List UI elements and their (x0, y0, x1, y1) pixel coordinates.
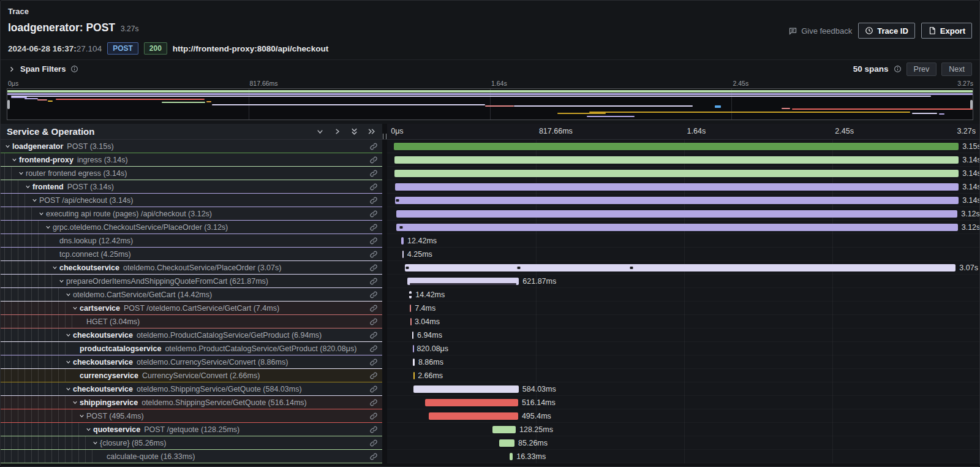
span-link-icon[interactable] (369, 439, 378, 447)
span-bar[interactable] (510, 453, 513, 460)
span-row[interactable]: tcp.connect (4.25ms)4.25ms (1, 248, 979, 261)
collapse-all-icon[interactable] (350, 127, 359, 136)
span-bar[interactable] (405, 264, 956, 271)
chevron-down-icon[interactable] (58, 278, 66, 284)
export-button[interactable]: Export (921, 23, 972, 39)
column-resize-handle[interactable] (383, 134, 386, 139)
span-bar[interactable] (394, 156, 959, 164)
info-icon[interactable] (894, 65, 902, 73)
span-bar[interactable] (396, 224, 957, 231)
span-bar[interactable] (407, 278, 519, 285)
give-feedback-link[interactable]: Give feedback (788, 26, 852, 36)
chevron-down-icon[interactable] (65, 332, 73, 338)
span-row[interactable]: router frontend egress (3.14s)3.14s (1, 167, 979, 180)
trace-id-button[interactable]: Trace ID (858, 23, 915, 39)
span-bar[interactable] (492, 426, 516, 433)
span-row[interactable]: shippingserviceoteldemo.ShippingService/… (1, 396, 979, 409)
span-name-cell[interactable]: cartservicePOST /oteldemo.CartService/Ge… (1, 302, 382, 315)
span-row[interactable]: executing api route (pages) /api/checkou… (1, 207, 979, 221)
chevron-down-icon[interactable] (45, 224, 53, 230)
span-name-cell[interactable]: loadgeneratorPOST (3.15s) (1, 140, 382, 153)
span-bar[interactable] (413, 359, 415, 366)
span-name-cell[interactable]: checkoutserviceoteldemo.CheckoutService/… (1, 261, 382, 275)
span-bar[interactable] (394, 170, 959, 177)
chevron-down-icon[interactable] (38, 210, 46, 217)
span-bar[interactable] (413, 345, 414, 352)
chevron-down-icon[interactable] (65, 291, 73, 298)
chevron-down-icon[interactable] (11, 156, 19, 163)
span-link-icon[interactable] (369, 371, 378, 380)
chevron-down-icon[interactable] (72, 399, 80, 406)
chevron-down-icon[interactable] (65, 385, 73, 392)
collapse-one-icon[interactable] (315, 127, 325, 136)
span-name-cell[interactable]: executing api route (pages) /api/checkou… (1, 207, 382, 221)
span-link-icon[interactable] (369, 156, 378, 164)
span-bar[interactable] (402, 251, 404, 258)
span-name-cell[interactable]: POST /api/checkout (3.14s) (1, 194, 382, 207)
span-name-cell[interactable]: shippingserviceoteldemo.ShippingService/… (1, 396, 382, 409)
span-row[interactable]: calculate-quote (16.33ms)16.33ms (1, 450, 979, 463)
span-row[interactable]: productcatalogserviceoteldemo.ProductCat… (1, 342, 979, 355)
chevron-down-icon[interactable] (65, 359, 73, 365)
span-link-icon[interactable] (369, 412, 378, 420)
span-bar[interactable] (499, 439, 514, 447)
span-name-cell[interactable]: checkoutserviceoteldemo.ProductCatalogSe… (1, 328, 382, 342)
span-name-cell[interactable]: checkoutserviceoteldemo.CurrencyService/… (1, 355, 382, 369)
span-row[interactable]: quoteservicePOST /getquote (128.25ms)128… (1, 423, 979, 436)
span-bar[interactable] (396, 210, 957, 218)
chevron-down-icon[interactable] (85, 426, 93, 433)
expand-all-icon[interactable] (367, 127, 376, 136)
span-bar[interactable] (410, 318, 412, 325)
span-name-cell[interactable]: POST (495.4ms) (1, 409, 382, 423)
chevron-down-icon[interactable] (18, 170, 26, 177)
span-bar[interactable] (394, 143, 959, 150)
span-link-icon[interactable] (369, 169, 378, 178)
span-link-icon[interactable] (369, 237, 378, 245)
span-bar[interactable] (410, 305, 411, 312)
span-row[interactable]: POST /api/checkout (3.14s)3.14s (1, 194, 979, 207)
span-bar[interactable] (425, 399, 518, 406)
span-name-cell[interactable]: currencyserviceCurrencyService/Convert (… (1, 369, 382, 382)
minimap-right-drag-handle[interactable] (970, 100, 973, 109)
prev-button[interactable]: Prev (907, 63, 937, 76)
span-link-icon[interactable] (369, 210, 378, 218)
span-row[interactable]: HGET (3.04ms)3.04ms (1, 315, 979, 328)
chevron-right-icon[interactable] (8, 66, 15, 73)
span-link-icon[interactable] (369, 223, 378, 232)
span-name-cell[interactable]: grpc.oteldemo.CheckoutService/PlaceOrder… (1, 221, 382, 234)
span-bar[interactable] (412, 332, 413, 339)
span-link-icon[interactable] (369, 398, 378, 407)
span-row[interactable]: frontend-proxyingress (3.14s)3.14s (1, 153, 979, 167)
span-row[interactable]: {closure} (85.26ms)85.26ms (1, 436, 979, 450)
span-link-icon[interactable] (369, 196, 378, 205)
expand-one-icon[interactable] (333, 127, 342, 136)
next-button[interactable]: Next (941, 63, 972, 76)
span-row[interactable]: loadgeneratorPOST (3.15s)3.15s (1, 140, 979, 153)
span-link-icon[interactable] (369, 277, 378, 286)
span-name-cell[interactable]: checkoutserviceoteldemo.ShippingService/… (1, 382, 382, 396)
span-name-cell[interactable]: productcatalogserviceoteldemo.ProductCat… (1, 342, 382, 355)
span-row[interactable]: checkoutserviceoteldemo.ShippingService/… (1, 382, 979, 396)
span-bar[interactable] (413, 372, 415, 379)
span-bar[interactable] (395, 183, 959, 191)
span-row[interactable]: prepareOrderItemsAndShippingQuoteFromCar… (1, 275, 979, 288)
chevron-down-icon[interactable] (31, 197, 39, 203)
chevron-down-icon[interactable] (72, 305, 80, 311)
info-icon[interactable] (70, 65, 78, 73)
span-name-cell[interactable]: tcp.connect (4.25ms) (1, 248, 382, 261)
chevron-down-icon[interactable] (92, 439, 100, 446)
span-name-cell[interactable]: frontendPOST (3.14s) (1, 180, 382, 194)
chevron-down-icon[interactable] (78, 412, 86, 419)
span-name-cell[interactable]: dns.lookup (12.42ms) (1, 234, 382, 248)
span-link-icon[interactable] (369, 264, 378, 272)
span-row[interactable]: frontendPOST (3.14s)3.14s (1, 180, 979, 194)
chevron-down-icon[interactable] (24, 183, 32, 190)
span-link-icon[interactable] (369, 290, 378, 299)
minimap-left-drag-handle[interactable] (7, 100, 10, 109)
span-row[interactable]: grpc.oteldemo.CheckoutService/PlaceOrder… (1, 221, 979, 234)
span-row[interactable]: checkoutserviceoteldemo.CurrencyService/… (1, 355, 979, 369)
span-bar[interactable] (413, 385, 519, 393)
span-name-cell[interactable]: oteldemo.CartService/GetCart (14.42ms) (1, 288, 382, 302)
span-filters-label[interactable]: Span Filters (20, 64, 66, 74)
chevron-down-icon[interactable] (4, 143, 12, 150)
